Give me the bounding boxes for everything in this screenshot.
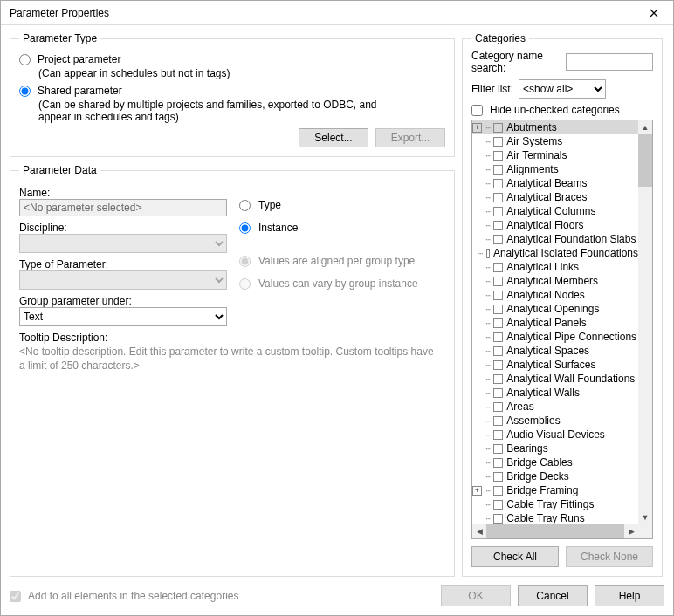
tree-checkbox[interactable] bbox=[493, 123, 503, 133]
tree-spacer bbox=[472, 346, 482, 356]
tree-checkbox[interactable] bbox=[493, 430, 503, 440]
tree-item[interactable]: ···Analytical Beams bbox=[472, 176, 638, 190]
tree-item-label: Analytical Members bbox=[506, 275, 598, 287]
tree-checkbox[interactable] bbox=[493, 500, 503, 510]
tree-item[interactable]: ···Air Systems bbox=[472, 134, 638, 148]
tree-checkbox[interactable] bbox=[493, 207, 503, 216]
tree-item[interactable]: ···Analytical Links bbox=[472, 260, 638, 274]
aligned-radio-label: Values are aligned per group type bbox=[258, 255, 415, 267]
tree-checkbox[interactable] bbox=[493, 486, 503, 496]
category-tree[interactable]: +···Abutments···Air Systems···Air Termin… bbox=[471, 120, 653, 539]
horizontal-scrollbar[interactable]: ◀ ▶ bbox=[472, 524, 638, 538]
filter-label: Filter list: bbox=[471, 83, 513, 95]
tree-checkbox[interactable] bbox=[486, 249, 490, 258]
tree-checkbox[interactable] bbox=[493, 305, 503, 314]
tree-item[interactable]: ···Analytical Columns bbox=[472, 204, 638, 218]
tree-checkbox[interactable] bbox=[493, 277, 503, 286]
tree-checkbox[interactable] bbox=[493, 332, 503, 342]
scroll-up-icon[interactable]: ▲ bbox=[638, 120, 652, 134]
hide-unchecked-checkbox[interactable] bbox=[471, 105, 483, 116]
tree-checkbox[interactable] bbox=[493, 235, 503, 244]
tree-item[interactable]: ···Air Terminals bbox=[472, 148, 638, 162]
tree-item[interactable]: ···Areas bbox=[472, 400, 638, 414]
cancel-button[interactable]: Cancel bbox=[518, 585, 588, 606]
tree-item-label: Analytical Floors bbox=[506, 219, 583, 231]
tree-item[interactable]: ···Audio Visual Devices bbox=[472, 428, 638, 441]
tree-checkbox[interactable] bbox=[493, 472, 503, 482]
expand-icon[interactable]: + bbox=[472, 123, 482, 133]
tree-spacer bbox=[472, 402, 482, 412]
tree-checkbox[interactable] bbox=[493, 346, 503, 356]
help-button[interactable]: Help bbox=[595, 585, 664, 606]
tree-checkbox[interactable] bbox=[493, 514, 503, 524]
tree-item-label: Analytical Wall Foundations bbox=[506, 373, 635, 385]
tree-checkbox[interactable] bbox=[493, 291, 503, 300]
tree-item[interactable]: ···Analytical Foundation Slabs bbox=[472, 232, 638, 246]
instance-radio[interactable] bbox=[239, 222, 251, 234]
project-parameter-desc: (Can appear in schedules but not in tags… bbox=[38, 67, 445, 79]
tree-checkbox[interactable] bbox=[493, 165, 503, 175]
expand-icon[interactable]: + bbox=[472, 486, 482, 496]
tree-item[interactable]: ···Analytical Members bbox=[472, 274, 638, 288]
vertical-scrollbar[interactable]: ▲ ▼ bbox=[638, 120, 652, 524]
tree-checkbox[interactable] bbox=[493, 374, 503, 384]
scroll-right-icon[interactable]: ▶ bbox=[624, 524, 638, 538]
check-all-button[interactable]: Check All bbox=[471, 546, 559, 567]
tree-checkbox[interactable] bbox=[493, 179, 503, 188]
tree-checkbox[interactable] bbox=[493, 151, 503, 161]
tree-item-label: Assemblies bbox=[506, 414, 560, 427]
tree-item[interactable]: ···Analytical Pipe Connections bbox=[472, 330, 638, 344]
filter-select[interactable]: <show all> bbox=[519, 79, 606, 99]
scroll-down-icon[interactable]: ▼ bbox=[638, 510, 652, 524]
tree-checkbox[interactable] bbox=[493, 458, 503, 468]
tree-item-label: Analytical Openings bbox=[506, 303, 599, 315]
project-parameter-radio[interactable] bbox=[19, 54, 31, 65]
tooltip-label: Tooltip Description: bbox=[19, 332, 227, 344]
tree-item[interactable]: ···Analytical Openings bbox=[472, 302, 638, 316]
scroll-left-icon[interactable]: ◀ bbox=[472, 524, 486, 538]
tree-checkbox[interactable] bbox=[493, 318, 503, 328]
tree-checkbox[interactable] bbox=[493, 360, 503, 370]
tree-checkbox[interactable] bbox=[493, 263, 503, 272]
tree-item[interactable]: ···Analytical Surfaces bbox=[472, 358, 638, 372]
tree-checkbox[interactable] bbox=[493, 137, 503, 147]
close-button[interactable] bbox=[635, 1, 673, 25]
tree-item[interactable]: ···Cable Tray Runs bbox=[472, 511, 638, 524]
tree-item[interactable]: ···Analytical Walls bbox=[472, 386, 638, 400]
tree-item[interactable]: ···Cable Tray Fittings bbox=[472, 497, 638, 511]
select-button[interactable]: Select... bbox=[299, 128, 368, 147]
tree-spacer bbox=[472, 444, 482, 454]
category-search-input[interactable] bbox=[566, 53, 653, 71]
tree-item[interactable]: ···Alignments bbox=[472, 162, 638, 176]
tree-spacer bbox=[472, 165, 482, 175]
check-none-button: Check None bbox=[566, 546, 653, 567]
shared-parameter-radio[interactable] bbox=[19, 86, 31, 97]
horizontal-scroll-thumb[interactable] bbox=[486, 524, 624, 538]
tree-item[interactable]: ···Analytical Spaces bbox=[472, 344, 638, 358]
type-radio[interactable] bbox=[239, 200, 251, 211]
group-select[interactable]: Text bbox=[19, 307, 227, 326]
tree-item[interactable]: ···Bridge Cables bbox=[472, 455, 638, 469]
tree-item[interactable]: ···Analytical Panels bbox=[472, 316, 638, 330]
tree-item[interactable]: +···Bridge Framing bbox=[472, 483, 638, 497]
tree-item[interactable]: ···Analytical Floors bbox=[472, 218, 638, 232]
tree-item[interactable]: +···Abutments bbox=[472, 120, 638, 134]
tree-checkbox[interactable] bbox=[493, 444, 503, 454]
ok-button: OK bbox=[441, 585, 511, 606]
tree-checkbox[interactable] bbox=[493, 221, 503, 230]
tree-item[interactable]: ···Bridge Decks bbox=[472, 469, 638, 483]
tree-connector: ··· bbox=[478, 249, 483, 258]
tree-item-label: Bridge Framing bbox=[506, 484, 578, 496]
vertical-scroll-thumb[interactable] bbox=[638, 134, 652, 187]
tree-item[interactable]: ···Assemblies bbox=[472, 414, 638, 428]
tree-item[interactable]: ···Analytical Braces bbox=[472, 190, 638, 204]
tree-item[interactable]: ···Analytical Nodes bbox=[472, 288, 638, 302]
tree-item[interactable]: ···Analytical Wall Foundations bbox=[472, 372, 638, 386]
tree-item[interactable]: ···Analytical Isolated Foundations bbox=[472, 246, 638, 260]
tree-checkbox[interactable] bbox=[493, 416, 503, 426]
tree-checkbox[interactable] bbox=[493, 388, 503, 398]
tree-item[interactable]: ···Bearings bbox=[472, 441, 638, 455]
tree-checkbox[interactable] bbox=[493, 193, 503, 202]
tree-spacer bbox=[472, 388, 482, 398]
tree-checkbox[interactable] bbox=[493, 402, 503, 412]
